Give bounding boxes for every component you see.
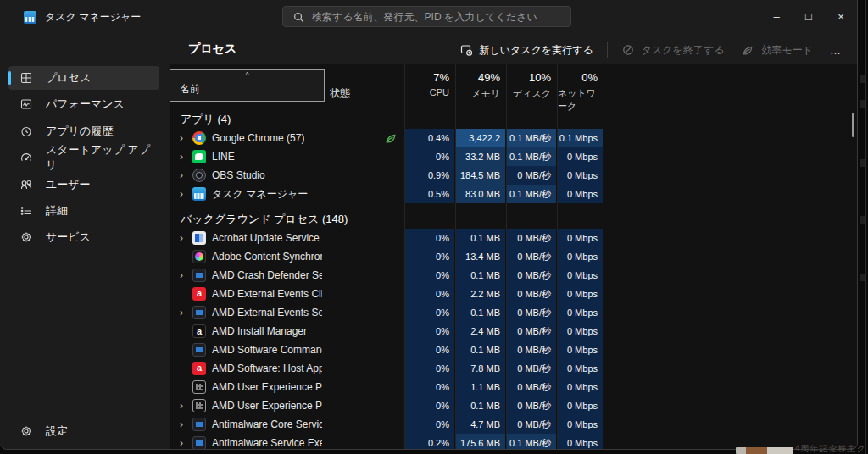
amduep-app-icon [192, 399, 206, 412]
process-row[interactable]: ›Google Chrome (57)0.4%3,422.2 MB0.1 MB/… [170, 129, 857, 147]
cpu-cell: 0% [405, 285, 454, 303]
maximize-button[interactable]: □ [793, 0, 825, 34]
column-header-disk[interactable]: 10%ディスク [507, 64, 556, 104]
chrome-app-icon [192, 131, 206, 145]
expand-chevron-icon[interactable]: › [180, 434, 183, 450]
window-controls: – □ × [760, 0, 857, 34]
process-name: Adobe Content Synchronizer (... [212, 247, 322, 266]
process-name: AMD User Experience Progra... [212, 378, 322, 396]
cpu-cell: 0% [405, 303, 454, 322]
mem-cell: 7.8 MB [456, 359, 505, 378]
expand-chevron-icon[interactable]: › [180, 303, 183, 322]
more-options-button[interactable]: … [821, 44, 850, 57]
expand-chevron-icon[interactable]: › [180, 415, 183, 434]
column-usage-percent: 10% [529, 71, 551, 84]
process-name: AMD Software: Host Applicati... [212, 359, 322, 378]
process-row[interactable]: ›Antimalware Core Service0%4.7 MB0 MB/秒0… [170, 415, 857, 434]
process-row[interactable]: ›AMD External Events Service ...0%0.1 MB… [170, 303, 857, 322]
process-row[interactable]: AMD Software Command Line...0%0.1 MB0 MB… [170, 340, 857, 359]
sidebar-item-app-history[interactable]: アプリの履歴 [8, 119, 159, 143]
sidebar-item-label: サービス [46, 230, 91, 245]
column-header-cpu[interactable]: 7%CPU [405, 64, 454, 104]
minimize-button[interactable]: – [760, 0, 793, 34]
background-window-fragment [860, 216, 865, 224]
net-cell: 0 Mbps [558, 434, 603, 450]
disk-cell: 0.1 MB/秒 [507, 147, 556, 166]
winblue-app-icon [192, 269, 206, 282]
sidebar-item-label: 詳細 [46, 203, 68, 219]
end-task-button[interactable]: タスクを終了する [613, 40, 733, 60]
end-task-label: タスクを終了する [642, 43, 725, 58]
mem-cell: 184.5 MB [456, 166, 505, 185]
sidebar-item-performance[interactable]: パフォーマンス [8, 92, 159, 116]
column-label: メモリ [471, 87, 500, 100]
process-row[interactable]: ›AMD Crash Defender Service0%0.1 MB0 MB/… [170, 266, 857, 285]
sidebar-item-startup-apps[interactable]: スタートアップ アプリ [8, 146, 159, 169]
startup-apps-icon [19, 151, 33, 164]
expand-chevron-icon[interactable]: › [180, 129, 183, 147]
efficiency-mode-button[interactable]: 効率モード [732, 40, 821, 60]
net-cell: 0 Mbps [558, 166, 603, 185]
sidebar-item-label: アプリの履歴 [46, 124, 113, 139]
process-row[interactable]: ›Acrobat Update Service (32 ビ...0%0.1 MB… [170, 229, 857, 247]
screen: 4周年記念株主クーポン タスク マネージャー – □ × [0, 0, 868, 454]
expand-chevron-icon[interactable]: › [180, 147, 183, 166]
process-row[interactable]: ›AMD User Experience Progra...0%0.1 MB0 … [170, 396, 857, 415]
close-button[interactable]: × [825, 0, 857, 34]
column-usage-percent: 7% [433, 71, 449, 84]
disk-cell: 0.1 MB/秒 [507, 434, 556, 450]
section-header[interactable]: アプリ (4) [181, 110, 231, 129]
sidebar-item-users[interactable]: ユーザー [8, 173, 159, 197]
mem-cell: 175.6 MB [456, 434, 505, 450]
winblue-app-icon [192, 418, 206, 431]
sidebar-item-details[interactable]: 詳細 [8, 199, 159, 223]
column-label: ディスク [513, 87, 551, 100]
process-name: タスク マネージャー [212, 185, 308, 203]
sidebar-item-services[interactable]: サービス [8, 225, 159, 249]
process-row[interactable]: ›OBS Studio0.9%184.5 MB0 MB/秒0 Mbps [170, 166, 857, 185]
toolbar-divider [607, 42, 608, 58]
disk-cell: 0 MB/秒 [507, 266, 556, 285]
column-header-network[interactable]: 0%ネットワーク [558, 64, 603, 104]
gear-icon [19, 424, 33, 438]
column-label: CPU [430, 87, 449, 97]
column-header-name[interactable]: ^ 名前 [170, 69, 325, 102]
run-new-task-button[interactable]: 新しいタスクを実行する [451, 40, 602, 60]
disk-cell: 0 MB/秒 [507, 322, 556, 340]
column-header-status[interactable]: 状態 [330, 86, 350, 101]
net-cell: 0 Mbps [558, 359, 603, 378]
section-header[interactable]: バックグラウンド プロセス (148) [181, 210, 348, 229]
expand-chevron-icon[interactable]: › [180, 229, 183, 247]
vertical-scrollbar[interactable] [852, 113, 854, 137]
process-row[interactable]: ›タスク マネージャー0.5%83.0 MB0.1 MB/秒0 Mbps [170, 185, 857, 203]
process-row[interactable]: AMD Software: Host Applicati...0%7.8 MB0… [170, 359, 857, 378]
expand-chevron-icon[interactable]: › [180, 266, 183, 285]
mem-cell: 1.1 MB [456, 378, 505, 396]
net-cell: 0 Mbps [558, 247, 603, 266]
column-header-memory[interactable]: 49%メモリ [456, 64, 505, 104]
cpu-cell: 0% [405, 340, 454, 359]
processes-icon [19, 71, 33, 85]
search-input[interactable] [312, 7, 566, 26]
process-row[interactable]: Adobe Content Synchronizer (...0%13.4 MB… [170, 247, 857, 266]
expand-chevron-icon[interactable]: › [180, 396, 183, 415]
end-task-icon [621, 43, 635, 57]
process-row[interactable]: AMD User Experience Progra...0%1.1 MB0 M… [170, 378, 857, 396]
search-box[interactable] [282, 6, 571, 27]
column-usage-percent: 49% [478, 71, 500, 84]
expand-chevron-icon[interactable]: › [180, 185, 183, 203]
expand-chevron-icon[interactable]: › [180, 166, 183, 185]
amdred-app-icon [192, 287, 206, 301]
sidebar-item-settings[interactable]: 設定 [8, 419, 159, 443]
net-cell: 0 Mbps [558, 185, 603, 203]
process-row[interactable]: AMD Install Manager0%2.4 MB0 MB/秒0 Mbps [170, 322, 857, 340]
sidebar-item-label: 設定 [46, 424, 68, 439]
toolbar: 新しいタスクを実行する タスクを終了する [451, 40, 851, 60]
process-table: ^ 名前 状態 7%CPU49%メモリ10%ディスク0%ネットワーク アプリ (… [170, 64, 857, 449]
sidebar-item-processes[interactable]: プロセス [8, 66, 159, 90]
mem-cell: 13.4 MB [456, 247, 505, 266]
process-row[interactable]: AMD External Events Client M...0%2.2 MB0… [170, 285, 857, 303]
users-icon [19, 178, 33, 191]
task-manager-window: タスク マネージャー – □ × プロセスパフォーマンスアプリの履歴スタートアッ… [0, 0, 858, 450]
process-row[interactable]: ›LINE0%33.2 MB0.1 MB/秒0 Mbps [170, 147, 857, 166]
